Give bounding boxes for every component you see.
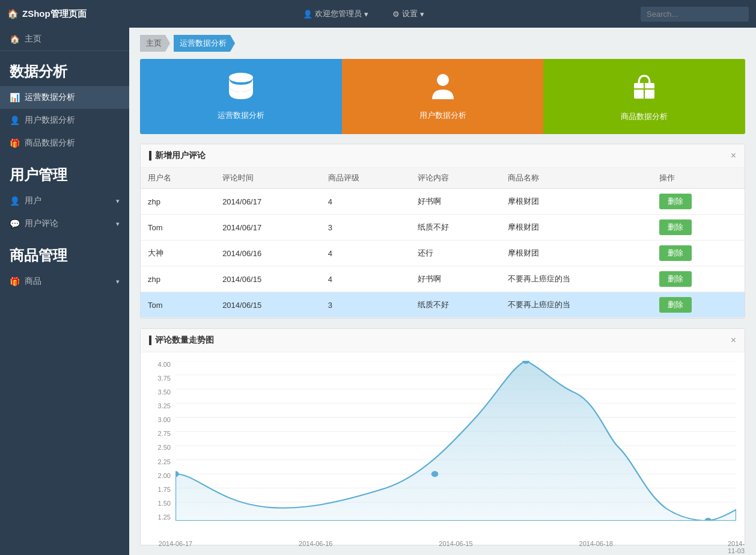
users-data-icon: 👤 (10, 115, 20, 125)
chart-panel: 评论数量走势图 × 4.003.753.503.253.002.752.502.… (140, 328, 745, 545)
chart-y-labels: 4.003.753.503.253.002.752.502.252.001.75… (149, 361, 171, 521)
cell-product: 摩根财团 (501, 215, 652, 241)
content-area: 主页 运营数据分析 运营数据分析 (129, 28, 756, 555)
breadcrumb-current[interactable]: 运营数据分析 (174, 35, 235, 52)
user-icon: 👤 (10, 196, 20, 206)
comments-panel-close[interactable]: × (731, 151, 736, 161)
products-chevron-icon: ▾ (116, 278, 120, 286)
cell-rating: 4 (321, 266, 411, 292)
table-row: Tom 2014/06/15 3 纸质不好 不要再上癌症的当 删除 (141, 292, 745, 318)
delete-button[interactable]: 删除 (659, 194, 692, 209)
cell-content: 好书啊 (410, 266, 501, 292)
sidebar: 🏠 主页 数据分析 📊 运营数据分析 👤 用户数据分析 🎁 商品数据分析 用户管… (0, 28, 129, 555)
card-operations-label: 运营数据分析 (218, 110, 264, 121)
sidebar-item-users[interactable]: 👤 用户 ▾ (0, 189, 129, 212)
delete-button[interactable]: 删除 (659, 297, 692, 313)
search-area (641, 7, 749, 22)
cell-product: 摩根财团 (501, 189, 652, 215)
chart-y-label: 1.75 (158, 486, 171, 493)
cell-action: 删除 (652, 215, 745, 241)
settings-label: 设置 (402, 8, 418, 19)
cell-rating: 3 (321, 292, 411, 318)
comments-panel-title: 新增用户评论 (149, 150, 206, 161)
sidebar-item-users-label: 用户 (25, 195, 41, 206)
chart-y-label: 3.50 (158, 388, 171, 396)
col-username: 用户名 (141, 168, 215, 189)
chart-y-label: 3.00 (158, 416, 171, 423)
cell-content: 纸质不好 (410, 215, 501, 241)
sidebar-item-user-comments[interactable]: 💬 用户评论 ▾ (0, 212, 129, 235)
chart-panel-header: 评论数量走势图 × (141, 329, 745, 352)
sidebar-item-home[interactable]: 🏠 主页 (0, 28, 129, 51)
chart-panel-title: 评论数量走势图 (149, 335, 214, 346)
breadcrumb: 主页 运营数据分析 (129, 28, 756, 59)
col-action: 操作 (652, 168, 745, 189)
chart-x-label: 2014-06-15 (439, 540, 472, 547)
sidebar-section-users: 用户管理 (0, 155, 129, 189)
operations-icon: 📊 (10, 93, 20, 102)
card-operations-icon (225, 73, 257, 105)
comments-panel: 新增用户评论 × 用户名 评论时间 商品评级 评论内容 商品名称 操作 (140, 144, 745, 319)
card-users-label: 用户数据分析 (419, 110, 466, 121)
chart-y-label: 2.50 (158, 444, 171, 451)
sidebar-item-products-data[interactable]: 🎁 商品数据分析 (0, 132, 129, 155)
cell-product: 摩根财团 (501, 241, 652, 266)
chart-y-label: 3.25 (158, 402, 171, 409)
top-navbar: 🏠 ZShop管理页面 👤 欢迎您管理员 ▾ ⚙ 设置 ▾ (0, 0, 756, 28)
sidebar-item-operations-label: 运营数据分析 (25, 92, 75, 103)
card-operations[interactable]: 运营数据分析 (140, 59, 342, 134)
chart-y-label: 1.25 (158, 514, 171, 521)
home-icon: 🏠 (7, 8, 19, 19)
cell-action: 删除 (652, 189, 745, 215)
svg-point-1 (437, 74, 449, 86)
chart-y-label: 4.00 (158, 361, 171, 368)
panel-bar-icon (149, 151, 151, 161)
cell-rating: 4 (321, 241, 411, 266)
card-users[interactable]: 用户数据分析 (342, 59, 544, 134)
delete-button[interactable]: 删除 (659, 219, 692, 235)
cell-content: 纸质不好 (410, 292, 501, 318)
delete-button[interactable]: 删除 (659, 245, 692, 261)
cell-time: 2014/06/17 (215, 189, 321, 215)
delete-button[interactable]: 删除 (659, 271, 692, 287)
cell-username: 大神 (141, 241, 215, 266)
admin-icon: 👤 (303, 10, 312, 19)
chart-container: 4.003.753.503.253.002.752.502.252.001.75… (141, 352, 745, 545)
col-time: 评论时间 (215, 168, 321, 189)
sidebar-section-products: 商品管理 (0, 235, 129, 270)
cell-time: 2014/06/15 (215, 266, 321, 292)
sidebar-item-products-label: 商品 (25, 276, 41, 287)
breadcrumb-home[interactable]: 主页 (140, 35, 170, 52)
svg-point-21 (705, 518, 712, 521)
cell-action: 删除 (652, 266, 745, 292)
sidebar-section-data: 数据分析 (0, 51, 129, 86)
col-content: 评论内容 (410, 168, 501, 189)
svg-rect-3 (642, 79, 647, 83)
comments-table-wrapper: 用户名 评论时间 商品评级 评论内容 商品名称 操作 zhp 2014/06/1… (141, 168, 745, 318)
comments-table-head: 用户名 评论时间 商品评级 评论内容 商品名称 操作 (141, 168, 745, 189)
cell-content: 好书啊 (410, 189, 501, 215)
cell-username: Tom (141, 215, 215, 241)
admin-label: 欢迎您管理员 (315, 8, 362, 19)
product-icon: 🎁 (10, 277, 20, 286)
sidebar-item-users-data-label: 用户数据分析 (25, 115, 75, 126)
sidebar-item-products[interactable]: 🎁 商品 ▾ (0, 270, 129, 293)
comments-table-header-row: 用户名 评论时间 商品评级 评论内容 商品名称 操作 (141, 168, 745, 189)
chart-panel-title-text: 评论数量走势图 (155, 335, 214, 346)
sidebar-item-operations[interactable]: 📊 运营数据分析 (0, 86, 129, 109)
settings-button[interactable]: ⚙ 设置 ▾ (386, 5, 430, 23)
settings-chevron-icon: ▾ (420, 10, 424, 19)
table-row: Tom 2014/06/17 3 纸质不好 摩根财团 删除 (141, 215, 745, 241)
settings-icon: ⚙ (392, 10, 400, 19)
admin-button[interactable]: 👤 欢迎您管理员 ▾ (297, 5, 374, 23)
card-products[interactable]: 商品数据分析 (543, 59, 745, 134)
search-input[interactable] (641, 7, 749, 22)
chart-y-label: 2.25 (158, 458, 171, 465)
sidebar-item-users-data[interactable]: 👤 用户数据分析 (0, 109, 129, 132)
card-products-label: 商品数据分析 (621, 111, 668, 122)
col-product: 商品名称 (501, 168, 652, 189)
cards-row: 运营数据分析 用户数据分析 (140, 59, 745, 134)
navbar-center: 👤 欢迎您管理员 ▾ ⚙ 设置 ▾ (297, 5, 430, 23)
chart-panel-close[interactable]: × (731, 336, 736, 345)
home-icon: 🏠 (10, 34, 20, 44)
